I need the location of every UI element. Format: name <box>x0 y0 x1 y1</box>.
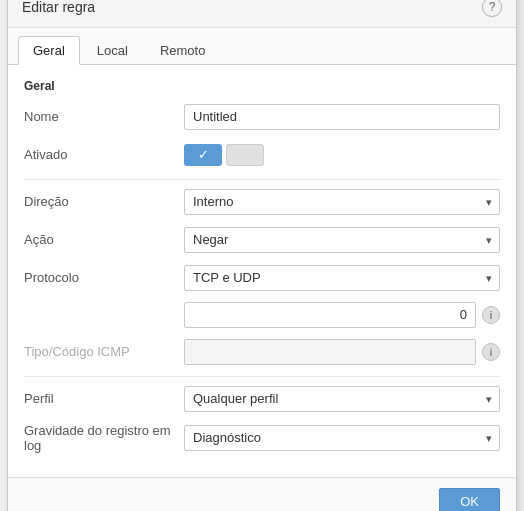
dialog-header: Editar regra ? <box>8 0 516 28</box>
perfil-select-wrapper: Qualquer perfil Domínio Privado Público … <box>184 386 500 412</box>
gravidade-select-wrapper: Diagnóstico Informação Aviso Erro ▾ <box>184 425 500 451</box>
nome-control <box>184 104 500 130</box>
edit-rule-dialog: Editar regra ? Geral Local Remoto Geral … <box>7 0 517 511</box>
toggle-off[interactable] <box>226 144 264 166</box>
help-icon[interactable]: ? <box>482 0 502 17</box>
direcao-select[interactable]: Interno Externo Ambos <box>184 189 500 215</box>
protocolo-select-wrapper: TCP e UDP TCP UDP ICMP ▾ <box>184 265 500 291</box>
dialog-body: Geral Nome Ativado Direção Interno Exter… <box>8 65 516 477</box>
tipo-codigo-input[interactable] <box>184 339 476 365</box>
gravidade-select[interactable]: Diagnóstico Informação Aviso Erro <box>184 425 500 451</box>
tipo-codigo-label: Tipo/Código ICMP <box>24 344 184 359</box>
num-row: i <box>184 302 500 328</box>
num-input-container: i <box>184 302 500 328</box>
nome-input[interactable] <box>184 104 500 130</box>
dialog-footer: OK <box>8 477 516 512</box>
acao-row: Ação Negar Permitir ▾ <box>24 226 500 254</box>
protocolo-select[interactable]: TCP e UDP TCP UDP ICMP <box>184 265 500 291</box>
protocolo-label: Protocolo <box>24 270 184 285</box>
perfil-label: Perfil <box>24 391 184 406</box>
tab-remoto[interactable]: Remoto <box>145 36 221 64</box>
ok-button[interactable]: OK <box>439 488 500 512</box>
acao-select[interactable]: Negar Permitir <box>184 227 500 253</box>
tipo-codigo-container: i <box>184 339 500 365</box>
protocolo-row: Protocolo TCP e UDP TCP UDP ICMP ▾ <box>24 264 500 292</box>
tab-local[interactable]: Local <box>82 36 143 64</box>
ativado-label: Ativado <box>24 147 184 162</box>
tipo-codigo-row: Tipo/Código ICMP i <box>24 338 500 366</box>
perfil-select[interactable]: Qualquer perfil Domínio Privado Público <box>184 386 500 412</box>
divider-1 <box>24 179 500 180</box>
direcao-select-wrapper: Interno Externo Ambos ▾ <box>184 189 500 215</box>
section-label: Geral <box>24 79 500 93</box>
num-info-icon[interactable]: i <box>482 306 500 324</box>
tab-geral[interactable]: Geral <box>18 36 80 65</box>
direcao-row: Direção Interno Externo Ambos ▾ <box>24 188 500 216</box>
gravidade-label: Gravidade do registro em log <box>24 423 184 453</box>
tipo-codigo-info-icon[interactable]: i <box>482 343 500 361</box>
gravidade-row: Gravidade do registro em log Diagnóstico… <box>24 423 500 453</box>
perfil-row: Perfil Qualquer perfil Domínio Privado P… <box>24 385 500 413</box>
ativado-toggle-container <box>184 144 264 166</box>
dialog-title: Editar regra <box>22 0 95 15</box>
acao-label: Ação <box>24 232 184 247</box>
tab-bar: Geral Local Remoto <box>8 28 516 65</box>
nome-row: Nome <box>24 103 500 131</box>
ativado-row: Ativado <box>24 141 500 169</box>
divider-2 <box>24 376 500 377</box>
num-input[interactable] <box>184 302 476 328</box>
toggle-on[interactable] <box>184 144 222 166</box>
acao-select-wrapper: Negar Permitir ▾ <box>184 227 500 253</box>
direcao-label: Direção <box>24 194 184 209</box>
nome-label: Nome <box>24 109 184 124</box>
